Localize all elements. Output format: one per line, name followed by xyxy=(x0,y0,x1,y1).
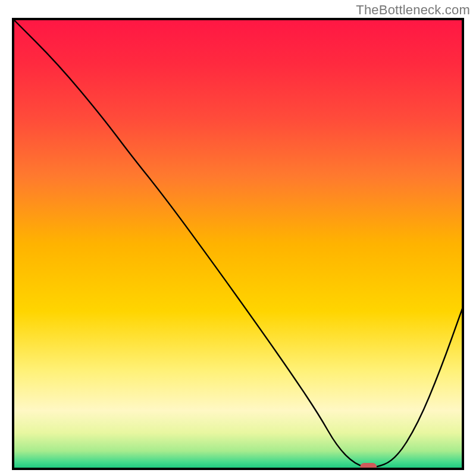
gradient-background xyxy=(13,19,463,469)
watermark-text: TheBottleneck.com xyxy=(356,2,470,18)
bottleneck-plot xyxy=(12,18,464,470)
stage: TheBottleneck.com xyxy=(0,0,476,476)
